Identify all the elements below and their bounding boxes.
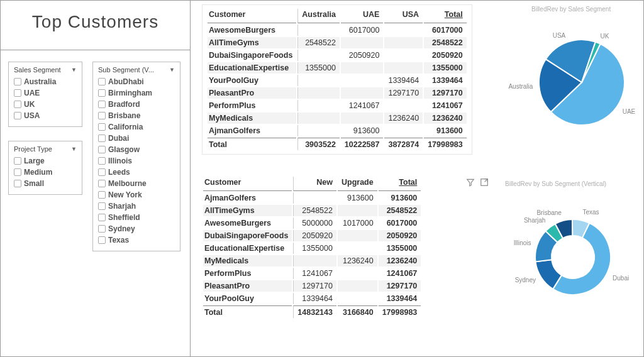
cell-value: 1339464 <box>293 293 336 304</box>
checkbox-icon[interactable] <box>98 202 106 210</box>
slicer-item[interactable]: Sheffield <box>98 212 175 223</box>
checkbox-icon[interactable] <box>98 78 106 85</box>
checkbox-icon[interactable] <box>98 225 106 233</box>
table-row[interactable]: AwesomeBurgers500000010170006017000 <box>203 217 421 229</box>
col-header[interactable]: New <box>293 177 336 191</box>
col-header[interactable]: Total <box>424 9 467 23</box>
table-row[interactable]: MyMedicals12362401236240 <box>203 255 421 266</box>
focus-mode-icon[interactable] <box>480 178 489 189</box>
table-row[interactable]: YourPoolGuy13394641339464 <box>208 75 467 86</box>
slicer-item-label: UK <box>24 100 35 109</box>
cell-value: 913600 <box>379 192 421 204</box>
cell-value <box>297 113 340 124</box>
slicer-project-type[interactable]: Project Type ▼ LargeMediumSmall <box>8 141 82 195</box>
table-row[interactable]: AjmanGolfers913600913600 <box>203 192 421 204</box>
matrix-by-sales-segment[interactable]: CustomerAustraliaUAEUSATotal AwesomeBurg… <box>202 4 472 155</box>
cell-value: 1355000 <box>424 62 467 74</box>
table-row[interactable]: PleasantPro12971701297170 <box>208 87 467 99</box>
checkbox-icon[interactable] <box>14 89 21 97</box>
checkbox-icon[interactable] <box>98 168 106 176</box>
checkbox-icon[interactable] <box>98 146 106 153</box>
slicer-item[interactable]: Brisbane <box>98 110 175 121</box>
checkbox-icon[interactable] <box>14 157 21 165</box>
slicer-item[interactable]: Texas <box>98 234 175 246</box>
slicer-item[interactable]: Bradford <box>98 99 175 110</box>
col-header[interactable]: UAE <box>341 9 384 23</box>
table-row[interactable]: PerformPlus12410671241067 <box>203 268 421 279</box>
slicer-sales-segment[interactable]: Sales Segment ▼ AustraliaUAEUKUSA <box>8 62 82 127</box>
slicer-item[interactable]: UAE <box>14 87 77 99</box>
checkbox-icon[interactable] <box>98 135 106 142</box>
checkbox-icon[interactable] <box>14 101 21 108</box>
checkbox-icon[interactable] <box>98 89 106 97</box>
slicer-item[interactable]: Dubai <box>98 133 175 144</box>
col-header[interactable]: Total <box>379 177 421 191</box>
donut-chart-sub-segment[interactable]: DubaiSydneyIllinoisSharjahBrisbaneTexas <box>510 195 636 321</box>
slicer-item[interactable]: Australia <box>14 76 77 87</box>
checkbox-icon[interactable] <box>14 78 21 85</box>
cell-customer: PleasantPro <box>208 87 296 99</box>
col-header[interactable]: Australia <box>297 9 340 23</box>
checkbox-icon[interactable] <box>98 180 106 187</box>
checkbox-icon[interactable] <box>98 101 106 108</box>
table-row[interactable]: YourPoolGuy13394641339464 <box>203 293 421 304</box>
slicer-item[interactable]: UK <box>14 99 77 110</box>
table-row[interactable]: AllTimeGyms25485222548522 <box>208 37 467 48</box>
table-row[interactable]: EducationalExpertise13550001355000 <box>203 243 421 254</box>
chevron-down-icon[interactable]: ▼ <box>71 146 77 152</box>
slicer-item[interactable]: Small <box>14 178 77 189</box>
matrix-by-project-type[interactable]: CustomerNewUpgradeTotal AjmanGolfers9136… <box>202 175 422 319</box>
slicer-item[interactable]: Large <box>14 155 77 167</box>
checkbox-icon[interactable] <box>14 112 21 119</box>
cell-value <box>338 243 377 254</box>
table-row[interactable]: EducationalExpertise13550001355000 <box>208 62 467 74</box>
slicer-item[interactable]: USA <box>14 110 77 121</box>
cell-value: 1297170 <box>384 87 423 99</box>
cell-value: 1241067 <box>341 100 384 111</box>
table-row[interactable]: AwesomeBurgers60170006017000 <box>208 25 467 36</box>
cell-value <box>297 25 340 36</box>
slicer-item-label: Sheffield <box>108 213 140 222</box>
checkbox-icon[interactable] <box>14 180 21 187</box>
slicer-item[interactable]: New York <box>98 189 175 200</box>
checkbox-icon[interactable] <box>98 112 106 119</box>
filter-icon[interactable] <box>466 178 475 189</box>
table-row[interactable]: AllTimeGyms25485222548522 <box>203 205 421 216</box>
table-row[interactable]: DubaiSingaporeFoods20509202050920 <box>208 50 467 61</box>
cell-value: 1017000 <box>338 217 377 229</box>
table-row[interactable]: PerformPlus12410671241067 <box>208 100 467 111</box>
col-customer[interactable]: Customer <box>208 9 296 23</box>
chevron-down-icon[interactable]: ▼ <box>169 67 175 73</box>
slicer-item[interactable]: Sharjah <box>98 200 175 212</box>
slicer-item[interactable]: Melbourne <box>98 178 175 189</box>
chevron-down-icon[interactable]: ▼ <box>71 67 77 73</box>
table-row[interactable]: MyMedicals12362401236240 <box>208 113 467 124</box>
cell-value <box>384 25 423 36</box>
slicer-item[interactable]: Birmingham <box>98 87 175 99</box>
col-customer[interactable]: Customer <box>203 177 292 191</box>
table-row[interactable]: DubaiSingaporeFoods20509202050920 <box>203 230 421 241</box>
slicer-item[interactable]: AbuDhabi <box>98 76 175 87</box>
slicer-item[interactable]: California <box>98 121 175 133</box>
slicer-sub-segment[interactable]: Sub Segment (V... ▼ AbuDhabiBirminghamBr… <box>92 62 180 251</box>
checkbox-icon[interactable] <box>98 191 106 199</box>
col-header[interactable]: Upgrade <box>338 177 377 191</box>
checkbox-icon[interactable] <box>14 168 21 176</box>
slicer-item-label: Medium <box>24 168 52 177</box>
table-row[interactable]: PleasantPro12971701297170 <box>203 280 421 292</box>
pie-chart-sales-segment[interactable]: UAEAustraliaUSAUK <box>524 19 643 139</box>
slicer-item[interactable]: Leeds <box>98 167 175 178</box>
table-row[interactable]: AjmanGolfers913600913600 <box>208 125 467 136</box>
slicer-item[interactable]: Illinois <box>98 155 175 167</box>
slicer-item[interactable]: Sydney <box>98 223 175 234</box>
slicer-item-label: Australia <box>24 77 56 86</box>
checkbox-icon[interactable] <box>98 236 106 244</box>
col-header[interactable]: USA <box>384 9 423 23</box>
slicer-item[interactable]: Glasgow <box>98 144 175 155</box>
slicer-item[interactable]: Medium <box>14 167 77 178</box>
checkbox-icon[interactable] <box>98 123 106 131</box>
cell-customer: AjmanGolfers <box>203 192 292 204</box>
chart-label: Australia <box>508 83 533 90</box>
checkbox-icon[interactable] <box>98 214 106 221</box>
checkbox-icon[interactable] <box>98 157 106 165</box>
